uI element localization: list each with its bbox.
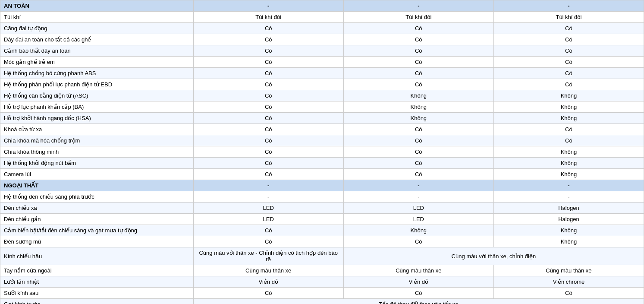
feature-col2: Có xyxy=(343,236,493,247)
feature-col1: Có xyxy=(193,158,343,169)
table-row: Hệ thống cân bằng điện tử (ASC)CóKhôngKh… xyxy=(0,90,644,101)
feature-col2: Không xyxy=(343,225,493,236)
feature-col3: Có xyxy=(493,57,644,68)
feature-col1: Tốc độ thay đổi theo vận tốc xe xyxy=(193,299,644,304)
feature-col3: Không xyxy=(493,158,644,169)
feature-label: Hỗ trợ khởi hành ngang dốc (HSA) xyxy=(0,113,194,124)
section-col1: - xyxy=(193,180,343,191)
feature-col1: Có xyxy=(193,113,343,124)
section-title: AN TOÀN xyxy=(0,0,194,12)
feature-col2: Có xyxy=(343,79,493,90)
table-row: Móc gắn ghế trẻ emCóCóCó xyxy=(0,57,644,68)
feature-col1: Có xyxy=(193,101,343,113)
feature-col3: Cùng màu thân xe xyxy=(493,265,644,276)
feature-col1: LED xyxy=(193,214,343,225)
feature-label: Căng đai tự động xyxy=(0,23,194,34)
table-row: Hỗ trợ khởi hành ngang dốc (HSA)CóKhôngK… xyxy=(0,113,644,124)
feature-col1: Có xyxy=(193,169,343,180)
feature-col1: - xyxy=(193,191,343,203)
table-row: Gạt kính trướcTốc độ thay đổi theo vận t… xyxy=(0,299,644,304)
feature-col2: Có xyxy=(343,57,493,68)
table-row: Đèn chiếu xaLEDLEDHalogen xyxy=(0,203,644,214)
feature-col3: Không xyxy=(493,101,644,113)
feature-col1: Cùng màu với thân xe - Chỉnh điện có tíc… xyxy=(193,247,343,265)
feature-col3: Có xyxy=(493,79,644,90)
table-row: Đèn sương mùCóCóKhông xyxy=(0,236,644,247)
section-title: NGOẠI THẤT xyxy=(0,180,194,191)
feature-label: Đèn sương mù xyxy=(0,236,194,247)
table-row: Hệ thống đèn chiếu sáng phía trước--- xyxy=(0,191,644,203)
table-row: Đèn chiếu gầnLEDLEDHalogen xyxy=(0,214,644,225)
section-col2: - xyxy=(343,0,493,12)
feature-label: Cảnh báo thắt dây an toàn xyxy=(0,45,194,57)
feature-col1: Có xyxy=(193,68,343,79)
feature-col1: Có xyxy=(193,288,343,299)
table-row: Hỗ trợ lực phanh khẩn cấp (BA)CóKhôngKhô… xyxy=(0,101,644,113)
feature-col2: Không xyxy=(343,113,493,124)
section-col3: - xyxy=(493,180,644,191)
feature-label: Móc gắn ghế trẻ em xyxy=(0,57,194,68)
feature-col2: Có xyxy=(343,146,493,158)
table-row: Dây đai an toàn cho tất cả các ghếCóCóCó xyxy=(0,34,644,45)
feature-label: Chìa khóa mã hóa chống trộm xyxy=(0,135,194,146)
table-row: Camera lùiCóCóKhông xyxy=(0,169,644,180)
feature-col3: Không xyxy=(493,236,644,247)
feature-col1: Có xyxy=(193,57,343,68)
feature-col2: Có xyxy=(343,288,493,299)
feature-col1: Cùng màu thân xe xyxy=(193,265,343,276)
feature-label: Cảm biến bật/tắt đèn chiếu sáng và gạt m… xyxy=(0,225,194,236)
feature-col2: Không xyxy=(343,101,493,113)
feature-col1: Có xyxy=(193,135,343,146)
table-row: Hệ thống phân phối lực phanh điện tử EBD… xyxy=(0,79,644,90)
feature-col1: Túi khí đôi xyxy=(193,12,343,23)
feature-col2: Có xyxy=(343,124,493,135)
feature-col3: Không xyxy=(493,225,644,236)
feature-col1: Có xyxy=(193,124,343,135)
feature-label: Hỗ trợ lực phanh khẩn cấp (BA) xyxy=(0,101,194,113)
feature-label: Hệ thống chống bó cứng phanh ABS xyxy=(0,68,194,79)
feature-label: Hệ thống phân phối lực phanh điện tử EBD xyxy=(0,79,194,90)
feature-col2: Túi khí đôi xyxy=(343,12,493,23)
feature-col3: Có xyxy=(493,23,644,34)
feature-col3: Có xyxy=(493,45,644,57)
feature-label: Hệ thống đèn chiếu sáng phía trước xyxy=(0,191,194,203)
feature-col1: Có xyxy=(193,90,343,101)
feature-col3: Viền chrome xyxy=(493,276,644,288)
feature-col1: Có xyxy=(193,236,343,247)
feature-label: Tay nắm cửa ngoài xyxy=(0,265,194,276)
feature-label: Lưới tản nhiệt xyxy=(0,276,194,288)
feature-col1: Có xyxy=(193,225,343,236)
section-col3: - xyxy=(493,0,644,12)
section-col2: - xyxy=(343,180,493,191)
feature-col2: Cùng màu thân xe xyxy=(343,265,493,276)
section-header-ngoai-that: NGOẠI THẤT--- xyxy=(0,180,644,191)
feature-col3: Halogen xyxy=(493,203,644,214)
feature-col2: - xyxy=(343,191,493,203)
feature-label: Gạt kính trước xyxy=(0,299,194,304)
feature-label: Hệ thống khởi động nút bấm xyxy=(0,158,194,169)
feature-col2: LED xyxy=(343,214,493,225)
feature-col3: Có xyxy=(493,124,644,135)
feature-col3: Có xyxy=(493,288,644,299)
feature-col3: Có xyxy=(493,68,644,79)
table-row: Hệ thống chống bó cứng phanh ABSCóCóCó xyxy=(0,68,644,79)
table-row: Túi khíTúi khí đôiTúi khí đôiTúi khí đôi xyxy=(0,12,644,23)
feature-col2: Có xyxy=(343,34,493,45)
feature-col3: Không xyxy=(493,90,644,101)
feature-col1: Có xyxy=(193,79,343,90)
feature-col1: Có xyxy=(193,23,343,34)
feature-col2: Có xyxy=(343,135,493,146)
feature-col3: Có xyxy=(493,135,644,146)
table-row: Chìa khóa mã hóa chống trộmCóCóCó xyxy=(0,135,644,146)
feature-col1: LED xyxy=(193,203,343,214)
feature-label: Đèn chiếu gần xyxy=(0,214,194,225)
table-row: Căng đai tự độngCóCóCó xyxy=(0,23,644,34)
table-row: Cảm biến bật/tắt đèn chiếu sáng và gạt m… xyxy=(0,225,644,236)
feature-col2: Có xyxy=(343,158,493,169)
table-row: Chìa khóa thông minhCóCóKhông xyxy=(0,146,644,158)
feature-col1: Có xyxy=(193,45,343,57)
table-row: Hệ thống khởi động nút bấmCóCóKhông xyxy=(0,158,644,169)
feature-col2: Có xyxy=(343,68,493,79)
feature-label: Dây đai an toàn cho tất cả các ghế xyxy=(0,34,194,45)
table-row: Sưởi kính sauCóCóCó xyxy=(0,288,644,299)
